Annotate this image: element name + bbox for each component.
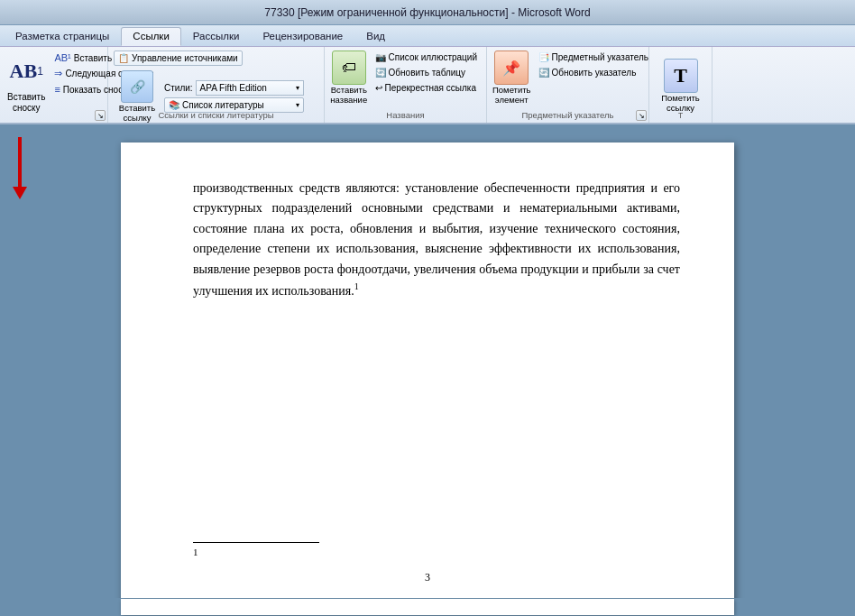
cross-ref-label: Перекрестная ссылка <box>385 83 476 93</box>
bibliography-label: Список литературы <box>182 100 264 110</box>
styles-area: Стили: APA Fifth Edition ▾ 📚 Список лите… <box>164 80 304 113</box>
tab-recenzirovanie[interactable]: Рецензирование <box>251 27 354 46</box>
footnote-icon: AB1 <box>7 52 45 90</box>
insert-footnote-button[interactable]: AB1 Вставитьсноску <box>5 51 47 115</box>
styles-label-row: Стили: APA Fifth Edition ▾ <box>164 80 304 96</box>
style-value: APA Fifth Edition <box>200 83 267 93</box>
next-page-top <box>121 599 734 615</box>
subject-index-btn[interactable]: 📑 Предметный указатель <box>535 51 652 64</box>
index-expand-btn[interactable]: ↘ <box>636 110 647 121</box>
styles-label: Стили: <box>164 83 193 93</box>
chevron-down-icon-2: ▾ <box>296 101 299 109</box>
ribbon: AB1 Вставитьсноску AB¹ Вставить концевую… <box>0 47 855 124</box>
document-body[interactable]: производственных средств являются: устан… <box>193 179 680 301</box>
ribbon-group-names: 🏷 Вставитьназвание 📷 Список иллюстраций … <box>325 47 487 123</box>
mark-ref-button[interactable]: Т Пометить ссылку <box>656 59 706 113</box>
red-arrow-indicator <box>13 137 27 199</box>
ribbon-group-refs: 📋 Управление источниками 🔗 Вставить ссыл… <box>108 47 325 123</box>
arrow-shaft <box>18 137 22 187</box>
update-index-label: Обновить указатель <box>552 68 637 78</box>
insert-name-label: Вставитьназвание <box>330 85 367 105</box>
title-text: 77330 [Режим ограниченной функциональнос… <box>264 6 590 19</box>
document-area: производственных средств являются: устан… <box>0 124 855 598</box>
page-number: 3 <box>121 571 734 584</box>
subject-index-label: Предметный указатель <box>552 52 648 62</box>
illustrations-label: Список иллюстраций <box>389 52 477 62</box>
snoski-expand-btn[interactable]: ↘ <box>95 110 106 121</box>
styles-dropdown[interactable]: APA Fifth Edition ▾ <box>196 80 304 96</box>
footnote-number: 1 <box>193 547 680 557</box>
snoски-inner: AB1 Вставитьсноску AB¹ Вставить концевую… <box>5 51 102 121</box>
title-bar: 77330 [Режим ограниченной функциональнос… <box>0 0 855 25</box>
ribbon-group-mark-ref: Т Пометить ссылку Т <box>649 47 712 123</box>
arrow-head <box>13 187 27 199</box>
mark-ref-label: Пометить ссылку <box>656 93 706 113</box>
index-group-label: Предметный указатель <box>487 110 648 120</box>
footnote-separator <box>193 542 319 543</box>
document-page: производственных средств являются: устан… <box>121 143 734 598</box>
illustrations-list-btn[interactable]: 📷 Список иллюстраций <box>372 51 481 64</box>
document-paragraph: производственных средств являются: устан… <box>193 179 680 301</box>
insert-footnote-label: Вставитьсноску <box>7 92 45 114</box>
ribbon-tabs-row: Разметка страницы Ссылки Рассылки Реценз… <box>0 25 855 47</box>
manage-sources-btn[interactable]: 📋 Управление источниками <box>114 51 243 66</box>
footnote-reference: 1 <box>354 281 359 291</box>
refs-top-row: 📋 Управление источниками <box>114 51 318 66</box>
mark-element-icon: 📌 <box>494 51 529 85</box>
tab-vid[interactable]: Вид <box>354 27 397 46</box>
update-table-btn[interactable]: 🔄 Обновить таблицу <box>372 66 481 79</box>
mark-ref-group-label: Т <box>649 111 712 120</box>
insert-ref-icon: 🔗 <box>121 70 153 103</box>
ribbon-group-snoски: AB1 Вставитьсноску AB¹ Вставить концевую… <box>0 47 108 123</box>
names-group-label: Названия <box>325 110 486 120</box>
update-index-btn[interactable]: 🔄 Обновить указатель <box>535 66 652 79</box>
mark-ref-icon: Т <box>664 59 698 93</box>
mark-element-label: Пометить элемент <box>492 85 531 105</box>
footnote-area: 1 <box>193 542 680 557</box>
tab-rassylki[interactable]: Рассылки <box>181 27 252 46</box>
ribbon-group-index: 📌 Пометить элемент 📑 Предметный указател… <box>487 47 649 123</box>
tab-razmetka[interactable]: Разметка страницы <box>4 27 121 46</box>
update-table-label: Обновить таблицу <box>389 68 466 78</box>
tab-ssylki[interactable]: Ссылки <box>121 27 181 46</box>
manage-sources-label: Управление источниками <box>132 53 238 63</box>
chevron-down-icon: ▾ <box>296 84 299 92</box>
refs-group-label: Ссылки и списки литературы <box>108 110 324 120</box>
insert-name-icon: 🏷 <box>332 51 366 85</box>
bottom-area <box>0 598 855 616</box>
cross-ref-btn[interactable]: ↩ Перекрестная ссылка <box>372 81 481 95</box>
